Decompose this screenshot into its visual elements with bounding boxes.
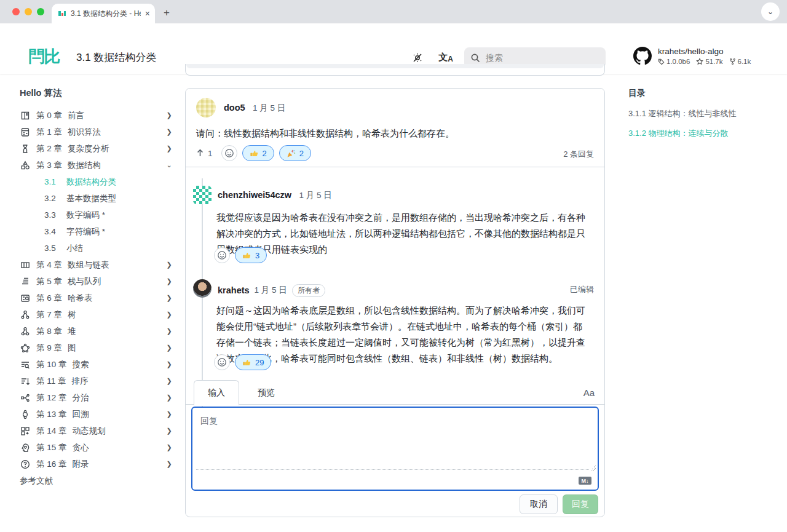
close-window-button[interactable]: [12, 8, 20, 15]
sidebar-item-label: 第 0 章前言: [36, 110, 159, 121]
section-number: 3.2: [44, 194, 60, 203]
language-translate-icon[interactable]: 文A: [438, 49, 454, 65]
sidebar-item-3.3[interactable]: 3.3数字编码 *: [20, 207, 173, 223]
reaction-pill[interactable]: 3: [235, 247, 267, 263]
reply-submit-button[interactable]: 回复: [563, 494, 598, 514]
comment-author[interactable]: doo5: [224, 103, 245, 113]
avatar[interactable]: [193, 186, 212, 204]
reaction-pill[interactable]: 2: [279, 145, 311, 161]
toc-item[interactable]: 3.1.1 逻辑结构：线性与非线性: [628, 108, 776, 119]
sidebar-item-3.1[interactable]: 3.1数据结构分类: [20, 173, 173, 190]
chevron-right-icon[interactable]: ❯: [165, 261, 173, 269]
editor-footer-divider: [196, 469, 589, 470]
sidebar-item-第8章[interactable]: 第 8 章堆❯: [20, 323, 173, 339]
sidebar-item-label: 第 4 章数组与链表: [36, 260, 159, 271]
tab-preview[interactable]: 预览: [244, 380, 288, 405]
chevron-right-icon[interactable]: ❯: [165, 460, 173, 468]
chevron-right-icon[interactable]: ❯: [165, 294, 173, 302]
repo-stars: 51.7k: [696, 58, 722, 65]
sidebar-item-3.2[interactable]: 3.2基本数据类型: [20, 190, 173, 207]
avatar[interactable]: [193, 279, 212, 298]
search-icon: [470, 53, 480, 63]
resize-handle[interactable]: [590, 466, 596, 471]
tab-overflow-chevron-icon[interactable]: ⌄: [761, 2, 780, 21]
hello-algo-logo[interactable]: 閂比: [28, 46, 59, 68]
reaction-pill[interactable]: 29: [235, 354, 271, 370]
sidebar-item-label: 参考文献: [20, 475, 53, 486]
chevron-right-icon[interactable]: ❯: [165, 311, 173, 319]
chevron-right-icon[interactable]: ❯: [165, 410, 173, 418]
sidebar-item-第13章[interactable]: 第 13 章回溯❯: [20, 406, 173, 423]
sidebar-item-3.5[interactable]: 3.5小结: [20, 240, 173, 256]
chevron-right-icon[interactable]: ❯: [165, 360, 173, 368]
upvote-button[interactable]: 1: [196, 149, 213, 158]
comment-date: 1 月 5 日: [253, 103, 285, 113]
reply-textarea[interactable]: 回复: [200, 416, 218, 427]
chevron-right-icon[interactable]: ❯: [165, 443, 173, 451]
reaction-pill[interactable]: 2: [242, 145, 274, 161]
sidebar-item-label: 第 14 章动态规划: [36, 426, 159, 437]
sidebar-item-第2章[interactable]: 第 2 章复杂度分析❯: [20, 140, 173, 157]
add-reaction-button[interactable]: [214, 247, 230, 263]
sidebar-item-label: 第 2 章复杂度分析: [36, 143, 159, 154]
sidebar-item-label: 第 8 章堆: [36, 326, 159, 337]
reply-reactions-row: 3: [214, 247, 267, 263]
reply-author[interactable]: chenzhiwei54czw: [218, 190, 291, 200]
tab-title: 3.1 数据结构分类 - Hello 算法: [71, 9, 141, 19]
add-reaction-button[interactable]: [221, 145, 237, 161]
chevron-right-icon[interactable]: ❯: [165, 327, 173, 335]
sidebar-item-3.4[interactable]: 3.4字符编码 *: [20, 223, 173, 240]
sidebar-item-第10章[interactable]: 第 10 章搜索❯: [20, 356, 173, 373]
minimize-window-button[interactable]: [25, 8, 32, 15]
sidebar-item-第0章[interactable]: 第 0 章前言❯: [20, 107, 173, 124]
sidebar-item-label: 第 5 章栈与队列: [36, 276, 159, 287]
tree-icon: [20, 309, 30, 320]
sidebar-item-第3章[interactable]: 第 3 章数据结构⌄: [20, 157, 173, 173]
shapes-icon: [20, 160, 30, 170]
chevron-right-icon[interactable]: ❯: [165, 277, 173, 285]
theme-toggle-icon[interactable]: [409, 49, 425, 65]
editor-footer: 取消 回复: [520, 494, 598, 514]
party-popper-emoji: [287, 149, 296, 158]
chevron-right-icon[interactable]: ❯: [165, 344, 173, 352]
chevron-right-icon[interactable]: ❯: [165, 377, 173, 385]
chevron-down-icon[interactable]: ⌄: [165, 161, 173, 169]
github-repo-widget[interactable]: krahets/hello-algo 1.0.0b6 51.7k 6.1k: [633, 47, 751, 65]
sidebar-item-第4章[interactable]: 第 4 章数组与链表❯: [20, 256, 173, 273]
sidebar-item-第7章[interactable]: 第 7 章树❯: [20, 306, 173, 323]
sidebar-item-第1章[interactable]: 第 1 章初识算法❯: [20, 124, 173, 140]
sidebar-item-第12章[interactable]: 第 12 章分治❯: [20, 389, 173, 406]
sidebar-item-第5章[interactable]: 第 5 章栈与队列❯: [20, 273, 173, 290]
greedy-icon: [20, 442, 30, 453]
reply-author[interactable]: krahets: [218, 285, 250, 295]
tab-close-icon[interactable]: ×: [145, 9, 150, 18]
sidebar-item-第9章[interactable]: 第 9 章图❯: [20, 339, 173, 356]
smiley-icon: [224, 148, 234, 158]
markdown-icon[interactable]: M↓: [579, 477, 591, 485]
sidebar-item-第16章[interactable]: 第 16 章附录❯: [20, 456, 173, 472]
sidebar-item-label: 第 6 章哈希表: [36, 293, 159, 304]
cancel-button[interactable]: 取消: [520, 494, 558, 514]
chevron-right-icon[interactable]: ❯: [165, 394, 173, 402]
sidebar-item-第11章[interactable]: 第 11 章排序❯: [20, 373, 173, 389]
chevron-right-icon[interactable]: ❯: [165, 145, 173, 153]
chevron-right-icon[interactable]: ❯: [165, 128, 173, 136]
new-tab-button[interactable]: +: [164, 7, 170, 19]
toc-item[interactable]: 3.1.2 物理结构：连续与分散: [628, 128, 776, 139]
thumbs-up-emoji: [242, 358, 251, 367]
sidebar-item-第6章[interactable]: 第 6 章哈希表❯: [20, 290, 173, 306]
text-format-button[interactable]: Aa: [583, 387, 595, 398]
sidebar-item-第15章[interactable]: 第 15 章贪心❯: [20, 439, 173, 456]
owner-badge: 所有者: [292, 284, 325, 297]
sidebar-item-references[interactable]: 参考文献: [20, 472, 173, 489]
avatar[interactable]: [196, 98, 216, 117]
chevron-right-icon[interactable]: ❯: [165, 427, 173, 435]
table-of-contents: 目录 3.1.1 逻辑结构：线性与非线性3.1.2 物理结构：连续与分散: [628, 88, 776, 148]
zoom-window-button[interactable]: [37, 8, 44, 15]
chevron-right-icon[interactable]: ❯: [165, 111, 173, 119]
search-input[interactable]: [486, 53, 584, 63]
browser-tab[interactable]: 3.1 数据结构分类 - Hello 算法 ×: [52, 4, 155, 23]
sidebar-item-第14章[interactable]: 第 14 章动态规划❯: [20, 423, 173, 439]
tab-input[interactable]: 输入: [194, 380, 239, 405]
add-reaction-button[interactable]: [214, 354, 230, 370]
